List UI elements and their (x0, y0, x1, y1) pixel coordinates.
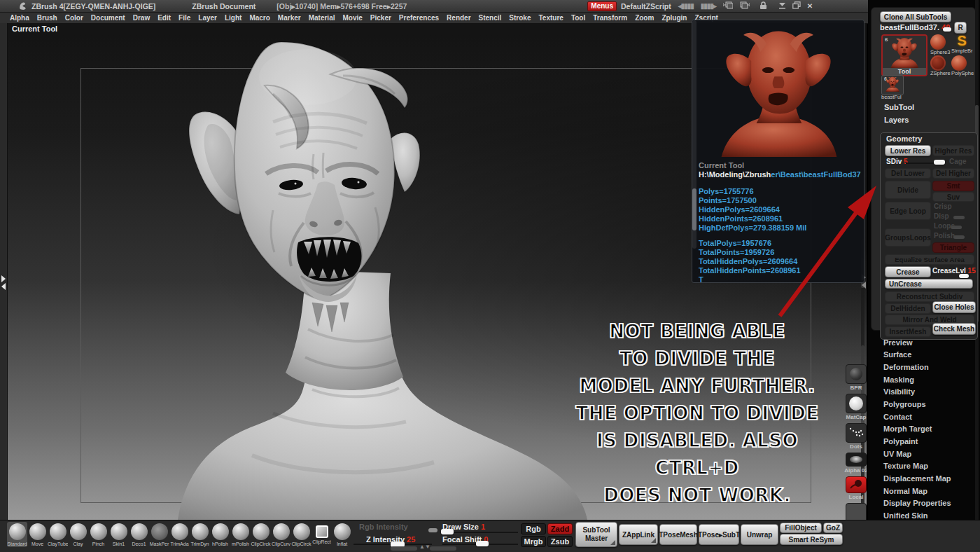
stroke-dots-button[interactable]: Dots (844, 423, 867, 450)
brush-button[interactable]: TrimAda (169, 522, 190, 547)
popup-scrollbar[interactable] (692, 20, 696, 249)
rgb-button[interactable]: Rgb (521, 523, 546, 534)
bpr-button[interactable]: BPR (844, 364, 867, 391)
tool-section-item[interactable]: Displacement Map (868, 472, 973, 485)
brush-button[interactable]: Pinch (88, 522, 108, 547)
menu-item[interactable]: Brush (37, 14, 57, 22)
polish-slider[interactable] (953, 235, 965, 239)
zsub-button[interactable]: Zsub (547, 536, 573, 547)
brush-button[interactable]: MaskPer (149, 522, 169, 547)
uncrease-button[interactable]: UnCrease (885, 279, 973, 289)
menu-item[interactable]: Edit (158, 14, 171, 22)
creaselvl-handle[interactable] (959, 274, 969, 278)
clone-all-subtools-button[interactable]: Clone All SubTools (880, 11, 951, 22)
edge-loop-button[interactable]: Edge Loop (885, 202, 931, 220)
brush-button[interactable]: Clay (68, 522, 88, 547)
restore-icon[interactable] (792, 1, 801, 11)
menu-item[interactable]: Tool (571, 14, 585, 22)
subtool-master-button[interactable]: SubTool Master (575, 522, 617, 547)
left-tray[interactable] (0, 23, 8, 520)
brush-button[interactable]: ClipCirck (251, 522, 271, 547)
disp-slider[interactable] (953, 216, 965, 219)
menu-item[interactable]: Material (309, 14, 335, 22)
lock-icon[interactable] (760, 1, 767, 11)
tool-name-slider[interactable] (943, 27, 951, 32)
tool-section-item[interactable]: Morph Target (868, 423, 973, 436)
subtool-section-header[interactable]: SubTool (884, 103, 914, 111)
menu-item[interactable]: Preferences (399, 14, 439, 22)
draw-size-track[interactable] (442, 532, 518, 533)
higher-res-button[interactable]: Higher Res (932, 145, 974, 156)
crease-button[interactable]: Crease (885, 266, 931, 277)
small-tool-slot[interactable]: 6 (881, 75, 904, 95)
pager-bar-left[interactable] (391, 546, 417, 551)
left-divider-open-icon[interactable] (1, 275, 6, 282)
brush-button[interactable]: Deco1 (129, 522, 149, 547)
quick-tool-sphere3[interactable]: Sphere3 (930, 34, 950, 55)
check-mesh-button[interactable]: Check Mesh (932, 323, 976, 335)
brush-button[interactable]: Inflat (332, 522, 352, 547)
menus-button[interactable]: Menus (587, 1, 617, 11)
pager-bar-right[interactable] (430, 546, 456, 551)
menu-item[interactable]: Layer (198, 14, 217, 22)
zadd-button[interactable]: Zadd (547, 523, 573, 534)
suv-button[interactable]: Suv (932, 192, 974, 202)
menu-item[interactable]: File (178, 14, 190, 22)
brush-button[interactable]: Standard (7, 522, 27, 547)
smt-button[interactable]: Smt (932, 181, 974, 191)
quick-tool-zsphere[interactable]: ZSphere (930, 55, 951, 76)
menu-item[interactable]: Texture (538, 14, 563, 22)
minimize-icon[interactable] (778, 2, 786, 11)
menu-item[interactable]: Draw (133, 14, 150, 22)
delhidden-button[interactable]: DelHidden (885, 303, 931, 314)
brush-button[interactable]: Skin1 (108, 522, 129, 547)
sdiv-handle[interactable] (934, 160, 945, 165)
menu-item[interactable]: Stencil (479, 14, 502, 22)
mrgb-button[interactable]: Mrgb (521, 536, 546, 547)
doc-copy-left-icon[interactable] (723, 1, 733, 11)
menu-item[interactable]: Alpha (10, 14, 29, 22)
menu-item[interactable]: Marker (278, 14, 301, 22)
active-tool-slot[interactable]: 6 Tool (881, 34, 927, 76)
alpha-button[interactable]: Alpha 02 (844, 453, 867, 474)
draw-size-handle[interactable] (441, 529, 454, 534)
cage-button[interactable]: Cage (949, 158, 966, 165)
left-divider-close-icon[interactable] (1, 283, 6, 290)
tool-section-item[interactable]: Display Properties (868, 497, 973, 510)
tool-section-item[interactable]: UV Map (868, 448, 973, 460)
triangle-button[interactable]: Triangle (932, 242, 974, 253)
quick-tool-polysphere[interactable]: PolySphe (951, 55, 974, 76)
default-zscript-button[interactable]: DefaultZScript (621, 2, 671, 11)
tool-section-item[interactable]: Masking (868, 373, 973, 386)
del-lower-button[interactable]: Del Lower (885, 168, 931, 179)
divider-right-icon[interactable]: ▮▮▮▮▸ (701, 2, 716, 10)
tool-section-item[interactable]: Surface (868, 348, 973, 361)
doc-copy-right-icon[interactable] (740, 1, 750, 11)
close-holes-button[interactable]: Close Holes (932, 301, 976, 313)
menu-item[interactable]: Transform (593, 14, 627, 22)
tpose-subt-button[interactable]: TPose▸SubT (699, 524, 739, 545)
tool-section-item[interactable]: Contact (868, 410, 973, 423)
tool-section-item[interactable]: Polypaint (868, 435, 973, 448)
matcap-button[interactable]: MatCap (844, 394, 867, 420)
crisp-button[interactable]: Crisp (934, 202, 952, 210)
goz-button[interactable]: GoZ (823, 523, 843, 533)
disp-slider-label[interactable]: Disp (934, 212, 949, 220)
focal-shift-handle[interactable] (476, 541, 489, 546)
brush-button[interactable]: ClipCurv (271, 522, 291, 547)
reconstruct-subdiv-button[interactable]: Reconstruct Subdiv (885, 291, 974, 302)
quick-tool-simplebrush[interactable]: S SimpleBr (951, 33, 972, 54)
insertmesh-button[interactable]: InsertMesh (885, 326, 931, 337)
zapplink-button[interactable]: ZAppLink (619, 524, 658, 545)
local-button[interactable]: Local (844, 476, 867, 500)
polish-slider-label[interactable]: Polish (934, 232, 955, 240)
smart-resym-button[interactable]: Smart ReSym (780, 534, 843, 545)
menu-item[interactable]: Zoom (635, 14, 654, 22)
menu-item[interactable]: Zplugin (662, 14, 687, 22)
tposemesh-button[interactable]: TPoseMesh (659, 524, 697, 545)
tool-section-item[interactable]: Texture Map (868, 460, 973, 473)
groupsloops-button[interactable]: GroupsLoops (885, 228, 931, 247)
fillobject-button[interactable]: FillObject (780, 523, 822, 533)
tool-section-item[interactable]: Normal Map (868, 485, 973, 497)
beast-sculpture[interactable] (168, 35, 602, 520)
